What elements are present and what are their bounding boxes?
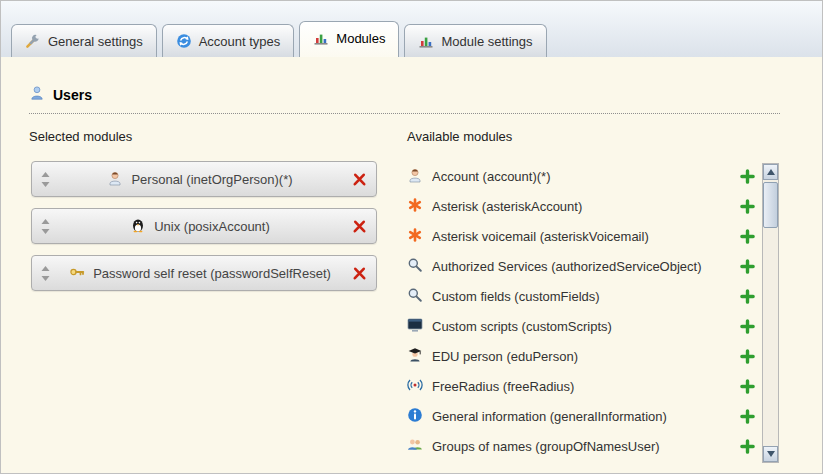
delete-x-icon	[352, 219, 367, 234]
available-module-label: FreeRadius (freeRadius)	[432, 379, 728, 394]
tools-icon	[25, 33, 41, 49]
scroll-down-button[interactable]	[763, 446, 778, 462]
tab-label: General settings	[48, 34, 143, 49]
plus-icon	[740, 319, 755, 334]
selected-modules-list: Personal (inetOrgPerson)(*)	[31, 161, 377, 291]
available-module-row: Custom scripts (customScripts)	[407, 311, 757, 341]
section-divider	[29, 113, 780, 114]
tab-label: Module settings	[441, 34, 532, 49]
selected-module: Unix (posixAccount)	[51, 217, 349, 236]
selected-module-label: Password self reset (passwordSelfReset)	[93, 266, 331, 281]
add-module-button[interactable]	[737, 199, 757, 214]
scrollbar-track[interactable]	[763, 180, 778, 446]
key-icon	[69, 264, 85, 283]
selected-module-row[interactable]: Personal (inetOrgPerson)(*)	[31, 161, 377, 197]
plus-icon	[740, 439, 755, 454]
person-icon	[407, 167, 423, 186]
plus-icon	[740, 199, 755, 214]
section-title: Users	[53, 87, 92, 103]
available-module-row: Custom fields (customFields)	[407, 281, 757, 311]
plus-icon	[740, 169, 755, 184]
available-module-row: Asterisk voicemail (asteriskVoicemail)	[407, 221, 757, 251]
asterisk-icon	[407, 197, 423, 216]
available-module-label: Authorized Services (authorizedServiceOb…	[432, 259, 728, 274]
selected-module-row[interactable]: Unix (posixAccount)	[31, 208, 377, 244]
available-module-row: Asterisk (asteriskAccount)	[407, 191, 757, 221]
tab-label: Modules	[336, 31, 385, 46]
drag-handle-icon[interactable]	[39, 219, 51, 234]
magnifier-icon	[407, 257, 423, 276]
available-module-row: Account (account)(*)	[407, 161, 757, 191]
tux-icon	[130, 217, 146, 236]
tab-account-types[interactable]: Account types	[162, 24, 295, 58]
available-modules-heading: Available modules	[407, 129, 512, 144]
available-module-row: EDU person (eduPerson)	[407, 341, 757, 371]
account-type-header: Users	[29, 85, 92, 104]
radio-icon	[407, 377, 423, 396]
add-module-button[interactable]	[737, 409, 757, 424]
tab-general-settings[interactable]: General settings	[11, 24, 157, 58]
lam-configuration-page: General settings Account types	[0, 0, 823, 474]
available-modules-scrollbar[interactable]	[762, 163, 779, 463]
graduate-icon	[407, 347, 423, 366]
available-module-label: General information (generalInformation)	[432, 409, 728, 424]
available-module-label: Asterisk (asteriskAccount)	[432, 199, 728, 214]
tab-modules[interactable]: Modules	[299, 21, 399, 58]
group-icon	[407, 437, 423, 456]
plus-icon	[740, 259, 755, 274]
remove-module-button[interactable]	[349, 172, 369, 187]
scroll-up-button[interactable]	[763, 164, 778, 180]
modules-tab-content: Users Selected modules Available modules	[1, 57, 822, 473]
available-module-label: Asterisk voicemail (asteriskVoicemail)	[432, 229, 728, 244]
magnifier-icon	[407, 287, 423, 306]
tab-strip: General settings Account types	[11, 21, 547, 58]
tab-bar: General settings Account types	[1, 1, 822, 58]
chart-icon	[418, 33, 434, 49]
add-module-button[interactable]	[737, 439, 757, 454]
available-module-label: Account (account)(*)	[432, 169, 728, 184]
add-module-button[interactable]	[737, 259, 757, 274]
remove-module-button[interactable]	[349, 266, 369, 281]
selected-module-label: Unix (posixAccount)	[154, 219, 270, 234]
tab-module-settings[interactable]: Module settings	[404, 24, 546, 58]
add-module-button[interactable]	[737, 319, 757, 334]
scrollbar-thumb[interactable]	[763, 182, 778, 228]
available-module-label: Groups of names (groupOfNamesUser)	[432, 439, 728, 454]
refresh-icon	[176, 33, 192, 49]
add-module-button[interactable]	[737, 349, 757, 364]
drag-handle-icon[interactable]	[39, 266, 51, 281]
available-module-label: Custom scripts (customScripts)	[432, 319, 728, 334]
plus-icon	[740, 379, 755, 394]
remove-module-button[interactable]	[349, 219, 369, 234]
info-icon	[407, 407, 423, 426]
user-icon	[29, 85, 45, 104]
selected-module-row[interactable]: Password self reset (passwordSelfReset)	[31, 255, 377, 291]
tab-label: Account types	[199, 34, 281, 49]
arrow-down-icon	[767, 451, 775, 457]
available-module-label: Custom fields (customFields)	[432, 289, 728, 304]
available-module-row: FreeRadius (freeRadius)	[407, 371, 757, 401]
selected-module: Password self reset (passwordSelfReset)	[51, 264, 349, 283]
plus-icon	[740, 289, 755, 304]
available-modules-list: Account (account)(*)	[407, 161, 757, 461]
chart-icon	[313, 30, 329, 46]
available-module-row: Authorized Services (authorizedServiceOb…	[407, 251, 757, 281]
delete-x-icon	[352, 172, 367, 187]
delete-x-icon	[352, 266, 367, 281]
add-module-button[interactable]	[737, 229, 757, 244]
terminal-icon	[407, 317, 423, 336]
available-module-row: Groups of names (groupOfNamesUser)	[407, 431, 757, 461]
drag-handle-icon[interactable]	[39, 172, 51, 187]
available-module-label: EDU person (eduPerson)	[432, 349, 728, 364]
plus-icon	[740, 409, 755, 424]
person-icon	[107, 170, 123, 189]
selected-modules-heading: Selected modules	[29, 129, 132, 144]
selected-module: Personal (inetOrgPerson)(*)	[51, 170, 349, 189]
add-module-button[interactable]	[737, 169, 757, 184]
add-module-button[interactable]	[737, 289, 757, 304]
selected-module-label: Personal (inetOrgPerson)(*)	[131, 172, 292, 187]
asterisk-icon	[407, 227, 423, 246]
plus-icon	[740, 349, 755, 364]
available-module-row: General information (generalInformation)	[407, 401, 757, 431]
add-module-button[interactable]	[737, 379, 757, 394]
